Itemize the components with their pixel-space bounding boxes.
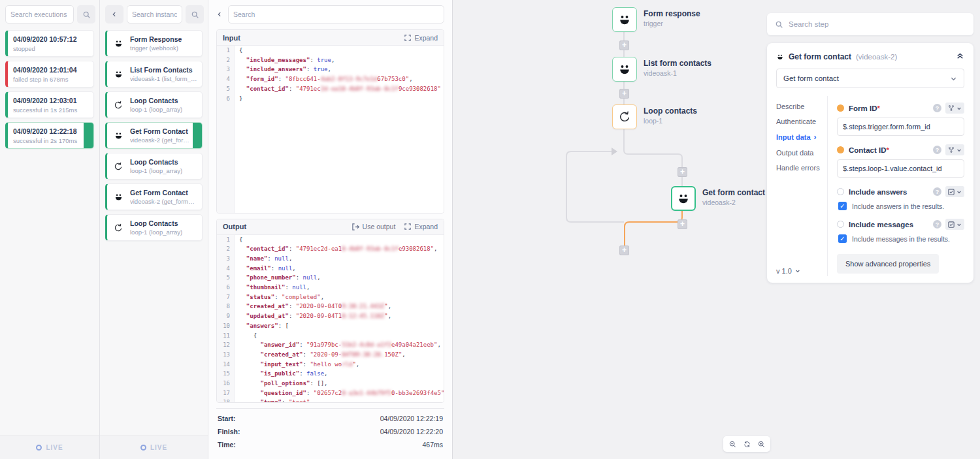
code-line: 8 "created_at": "2020-09-04T09:38:21.443… (217, 302, 444, 311)
step-card[interactable]: Loop Contacts loop-1 (loop_array) (105, 91, 203, 118)
form-id-input[interactable] (837, 118, 964, 136)
search-executions-input[interactable] (5, 5, 74, 24)
reset-view-button[interactable] (740, 438, 753, 450)
smiley-icon (617, 62, 632, 76)
node-icon-box-selected[interactable] (671, 186, 696, 211)
node-get-form-contact[interactable]: Get form contact videoask-2 (671, 186, 765, 211)
input-json-code[interactable]: 1{2 "include_messages": true,3 "include_… (217, 46, 444, 214)
chevron-down-icon (956, 189, 962, 195)
step-card[interactable]: Form Response trigger (webhook) (105, 30, 203, 57)
nav-input-data[interactable]: Input data› (776, 133, 827, 142)
mapping-dropdown-button[interactable] (945, 103, 964, 114)
execution-card-selected[interactable]: 04/09/2020 12:22:18 successful in 2s 170… (5, 122, 94, 149)
help-icon[interactable]: ? (933, 146, 941, 154)
instance-live-footer[interactable]: LIVE (100, 435, 208, 459)
field-label: Form ID* (849, 104, 880, 112)
use-output-button[interactable]: Use output (352, 223, 396, 230)
show-advanced-properties-button[interactable]: Show advanced properties (837, 254, 939, 274)
input-panel-title: Input (223, 34, 240, 42)
logs-search-input[interactable] (228, 5, 444, 24)
code-line: 5 "contact_id": "4791ec2d-ea10-4b8f-93ab… (217, 84, 444, 94)
step-card-selected[interactable]: Get Form Contact videoask-2 (get_form_co… (105, 122, 203, 149)
instance-back-button[interactable] (105, 5, 123, 24)
workflow-debugger-app: 04/09/2020 10:57:12 stopped 04/09/2020 1… (0, 0, 980, 459)
add-step-button[interactable]: + (619, 245, 629, 255)
expand-icon (404, 35, 411, 41)
step-search-input[interactable] (789, 20, 966, 28)
add-step-button[interactable]: + (619, 40, 629, 50)
node-form-response[interactable]: Form response trigger (612, 7, 700, 32)
step-card[interactable]: Get Form Contact videoask-2 (get_form_co… (105, 183, 203, 210)
version-selector[interactable]: v 1.0 (776, 267, 800, 275)
checkbox-dropdown-button[interactable] (945, 186, 964, 197)
search-instance-button[interactable] (186, 5, 204, 24)
node-icon-box[interactable] (612, 57, 637, 82)
search-icon (82, 10, 91, 19)
zoom-out-button[interactable] (726, 438, 739, 450)
help-icon[interactable]: ? (933, 104, 941, 112)
search-executions-button[interactable] (77, 5, 95, 24)
output-expand-button[interactable]: Expand (404, 223, 438, 230)
contact-id-input[interactable] (837, 159, 964, 178)
step-card[interactable]: Loop Contacts loop-1 (loop_array) (105, 214, 203, 241)
properties-panel-wrap: Get form contact (videoask-2) Get form c… (767, 13, 973, 283)
collapse-panel-button[interactable] (956, 52, 964, 62)
code-line: 2 "include_messages": true, (217, 55, 444, 65)
smiley-icon (111, 69, 125, 79)
loop-icon (111, 100, 125, 110)
add-step-button[interactable]: + (619, 89, 629, 99)
node-icon-box[interactable] (612, 7, 637, 32)
node-title: Loop contacts (644, 106, 697, 116)
step-card[interactable]: Loop Contacts loop-1 (loop_array) (105, 153, 203, 180)
checkbox-icon (948, 221, 955, 228)
chevron-left-icon (111, 11, 118, 18)
nav-active-arrow: › (814, 133, 817, 142)
node-icon-box[interactable] (612, 104, 637, 129)
step-subtitle: videoask-2 (get_form_con... (130, 136, 190, 144)
include-answers-checkbox[interactable]: ✓ (838, 202, 847, 210)
add-step-button[interactable]: + (678, 167, 687, 177)
step-subtitle: videoask-2 (get_form_contact) (130, 198, 198, 205)
node-loop-contacts[interactable]: Loop contacts loop-1 (612, 104, 697, 129)
finish-label: Finish: (218, 428, 240, 435)
execution-status: failed step in 678ms (13, 76, 88, 83)
code-line: 11 { (217, 331, 444, 341)
nav-handle-errors[interactable]: Handle errors (776, 164, 827, 172)
step-subtitle: loop-1 (loop_array) (130, 106, 182, 113)
zoom-in-button[interactable] (755, 438, 768, 450)
required-dot-icon (837, 146, 844, 153)
nav-output-data[interactable]: Output data (776, 149, 827, 157)
smiley-icon (776, 53, 784, 61)
code-line: 1{ (217, 235, 444, 245)
code-line: 10 "answers": [ (217, 321, 444, 331)
execution-card[interactable]: 04/09/2020 10:57:12 stopped (5, 30, 94, 57)
step-card[interactable]: List Form Contacts videoask-1 (list_form… (105, 61, 203, 87)
search-instance-input[interactable] (127, 5, 182, 24)
execution-card[interactable]: 04/09/2020 12:01:04 failed step in 678ms (5, 61, 94, 87)
mapping-dropdown-button[interactable] (945, 144, 964, 155)
executions-live-footer[interactable]: LIVE (0, 435, 99, 459)
chevron-left-icon[interactable] (216, 11, 223, 18)
add-step-button[interactable]: + (678, 219, 687, 229)
nav-describe[interactable]: Describe (776, 103, 827, 110)
execution-status: successful in 2s 170ms (13, 137, 80, 144)
node-subtitle: trigger (644, 20, 700, 27)
help-icon[interactable]: ? (933, 187, 941, 196)
code-line: 12 "answer_id": "91a979bc-51b2-4c8d-a1f3… (217, 340, 444, 350)
node-list-form-contacts[interactable]: List form contacts videoask-1 (612, 57, 711, 82)
operation-select[interactable]: Get form contact (776, 69, 964, 88)
workflow-canvas[interactable]: Form response trigger List form contacts… (453, 0, 980, 459)
output-json-code[interactable]: 1{2 "contact_id": "4791ec2d-ea10-4b8f-93… (217, 235, 444, 403)
field-label: Contact ID* (849, 146, 889, 154)
execution-status: stopped (13, 45, 88, 52)
code-line: 15 "is_public": false, (217, 369, 444, 379)
chevron-down-icon (950, 75, 957, 82)
execution-card[interactable]: 04/09/2020 12:03:01 successful in 1s 215… (5, 91, 94, 118)
code-line: 7 "status": "completed", (217, 293, 444, 302)
chevron-down-icon (956, 148, 962, 153)
nav-authenticate[interactable]: Authenticate (776, 118, 827, 125)
checkbox-dropdown-button[interactable] (945, 219, 964, 230)
input-expand-button[interactable]: Expand (404, 34, 438, 42)
include-messages-checkbox[interactable]: ✓ (838, 234, 847, 243)
help-icon[interactable]: ? (933, 220, 941, 229)
